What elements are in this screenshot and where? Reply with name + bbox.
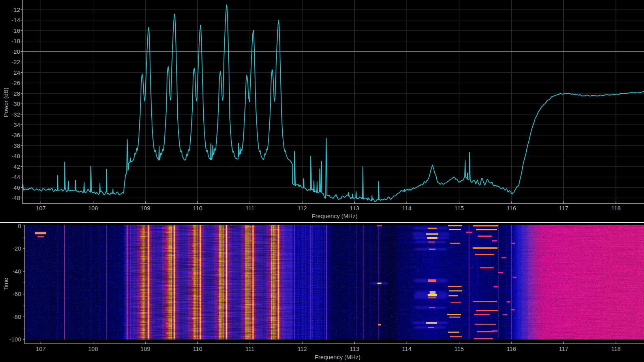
svg-text:108: 108 bbox=[88, 345, 98, 352]
svg-text:118: 118 bbox=[611, 345, 621, 352]
svg-text:110: 110 bbox=[193, 345, 203, 352]
svg-text:-16: -16 bbox=[11, 27, 20, 34]
svg-text:-48: -48 bbox=[11, 194, 20, 201]
svg-text:-40: -40 bbox=[13, 268, 21, 275]
svg-text:114: 114 bbox=[402, 345, 411, 352]
svg-text:107: 107 bbox=[36, 345, 46, 352]
svg-text:-38: -38 bbox=[11, 142, 20, 149]
svg-text:-100: -100 bbox=[9, 336, 21, 343]
svg-text:116: 116 bbox=[507, 205, 516, 211]
svg-text:-60: -60 bbox=[13, 290, 21, 297]
svg-text:-46: -46 bbox=[11, 184, 20, 191]
svg-text:112: 112 bbox=[297, 205, 307, 211]
svg-text:-34: -34 bbox=[11, 121, 20, 128]
svg-text:111: 111 bbox=[246, 345, 255, 352]
svg-text:Frequency (MHz): Frequency (MHz) bbox=[312, 213, 358, 219]
svg-text:111: 111 bbox=[246, 205, 255, 211]
svg-text:-80: -80 bbox=[13, 313, 21, 320]
svg-text:Frequency (MHz): Frequency (MHz) bbox=[315, 354, 360, 360]
svg-text:-20: -20 bbox=[11, 48, 20, 55]
svg-text:-40: -40 bbox=[11, 153, 20, 159]
svg-text:117: 117 bbox=[559, 345, 569, 352]
svg-text:-36: -36 bbox=[11, 132, 20, 138]
svg-text:Time: Time bbox=[2, 278, 9, 291]
svg-text:117: 117 bbox=[559, 205, 569, 211]
svg-text:113: 113 bbox=[350, 345, 359, 352]
svg-text:-32: -32 bbox=[11, 111, 20, 118]
svg-text:-30: -30 bbox=[11, 100, 20, 107]
svg-text:-18: -18 bbox=[11, 38, 20, 44]
svg-text:-26: -26 bbox=[11, 79, 20, 86]
svg-text:109: 109 bbox=[141, 345, 150, 352]
svg-text:108: 108 bbox=[88, 205, 98, 211]
svg-text:115: 115 bbox=[454, 345, 464, 352]
svg-text:Power (dB): Power (dB) bbox=[2, 87, 9, 117]
svg-text:0: 0 bbox=[18, 222, 21, 229]
svg-text:-20: -20 bbox=[13, 245, 21, 252]
svg-text:-42: -42 bbox=[11, 163, 20, 170]
svg-text:115: 115 bbox=[454, 205, 464, 211]
svg-text:112: 112 bbox=[297, 345, 307, 352]
svg-text:-22: -22 bbox=[11, 58, 20, 65]
svg-text:-44: -44 bbox=[11, 173, 20, 180]
svg-text:116: 116 bbox=[507, 345, 516, 352]
svg-text:113: 113 bbox=[350, 205, 359, 211]
svg-text:114: 114 bbox=[402, 205, 411, 211]
svg-text:-24: -24 bbox=[11, 69, 20, 76]
svg-text:110: 110 bbox=[193, 205, 203, 211]
svg-text:-14: -14 bbox=[11, 17, 20, 23]
svg-text:-12: -12 bbox=[11, 6, 20, 13]
svg-text:-28: -28 bbox=[11, 90, 20, 97]
svg-text:118: 118 bbox=[611, 205, 621, 211]
svg-text:109: 109 bbox=[141, 205, 150, 211]
svg-text:107: 107 bbox=[36, 205, 46, 211]
